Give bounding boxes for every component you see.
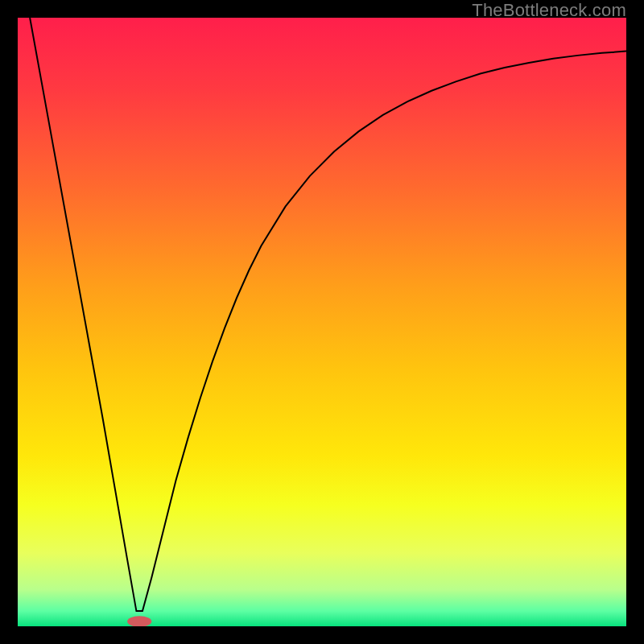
chart-frame (18, 18, 626, 626)
chart-svg (18, 18, 626, 626)
watermark-text: TheBottleneck.com (472, 0, 626, 21)
chart-background (18, 18, 626, 626)
